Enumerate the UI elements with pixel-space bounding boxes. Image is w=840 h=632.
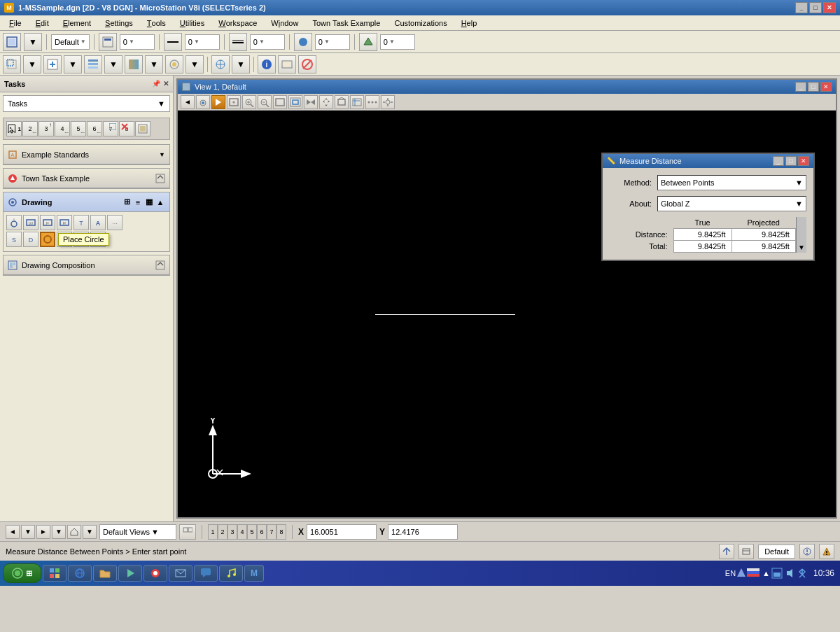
vp-btn-camera[interactable] bbox=[196, 95, 210, 109]
viewport-canvas[interactable]: Y 📏 Measure Distance bbox=[178, 111, 836, 517]
vp-btn-pan[interactable] bbox=[319, 95, 333, 109]
tool2-select[interactable] bbox=[3, 55, 21, 73]
tool2-info[interactable]: i bbox=[258, 55, 276, 73]
task-tool-4[interactable]: 4··· bbox=[55, 121, 70, 136]
start-button[interactable]: ⊞ bbox=[3, 563, 41, 583]
measure-dialog-minimize[interactable]: _ bbox=[773, 156, 784, 166]
view-num-6[interactable]: 6 bbox=[257, 524, 267, 540]
tasks-close-icon[interactable]: ✕ bbox=[163, 80, 169, 87]
msg-icon4[interactable] bbox=[819, 544, 834, 559]
fill-btn[interactable] bbox=[359, 33, 377, 51]
nav-arrow-btn[interactable]: ▼ bbox=[21, 525, 35, 539]
taskbar-app-1[interactable] bbox=[43, 565, 66, 582]
status-views-combo[interactable]: Default Views ▼ bbox=[99, 524, 176, 540]
tool2-gradient[interactable] bbox=[125, 55, 143, 73]
nav-arrow3-btn[interactable]: ▼ bbox=[83, 525, 97, 539]
nav-home-btn[interactable] bbox=[67, 525, 81, 539]
tool2-new[interactable] bbox=[43, 55, 62, 73]
task-tool-5[interactable]: 5··· bbox=[71, 121, 86, 136]
tool-btn-main[interactable] bbox=[3, 33, 21, 51]
tool2-no[interactable] bbox=[298, 55, 316, 73]
level-display[interactable]: Default bbox=[758, 545, 795, 559]
view-num-8[interactable]: 8 bbox=[276, 524, 286, 540]
vp-btn-crop[interactable] bbox=[350, 95, 364, 109]
vp-btn-zoom-in[interactable] bbox=[242, 95, 256, 109]
scroll-down-arrow[interactable]: ▼ bbox=[797, 242, 806, 253]
tool2-arrow2[interactable]: ▼ bbox=[64, 55, 82, 73]
measure-about-combo[interactable]: Global Z ▼ bbox=[657, 196, 806, 211]
taskbar-app-circle[interactable] bbox=[144, 565, 167, 582]
draw-tool-q[interactable] bbox=[6, 215, 22, 230]
close-button[interactable]: ✕ bbox=[823, 2, 836, 13]
draw-tool-a[interactable]: A bbox=[90, 215, 106, 230]
menu-tools[interactable]: Tools bbox=[141, 17, 172, 29]
view-num-1[interactable]: 1 bbox=[208, 524, 218, 540]
measure-dialog-maximize[interactable]: □ bbox=[785, 156, 797, 166]
tool2-arrow3[interactable]: ▼ bbox=[104, 55, 122, 73]
draw-tool-r[interactable]: R bbox=[57, 215, 72, 230]
nav-back-btn[interactable]: ◄ bbox=[6, 525, 20, 539]
vp-btn-fit2[interactable] bbox=[288, 95, 302, 109]
msg-icon2[interactable] bbox=[738, 544, 754, 559]
draw-tool-w[interactable]: W bbox=[23, 215, 38, 230]
menu-file[interactable]: File bbox=[3, 17, 28, 29]
tool2-arrow4[interactable]: ▼ bbox=[145, 55, 163, 73]
menu-workspace[interactable]: Workspace bbox=[212, 17, 263, 29]
taskbar-icon-volume[interactable] bbox=[784, 568, 795, 579]
tool-btn-arrow[interactable]: ▼ bbox=[24, 33, 42, 51]
drawing-composition-header[interactable]: Drawing Composition bbox=[4, 255, 169, 275]
draw-tool-e[interactable]: E bbox=[40, 215, 55, 230]
toolbar-combo-0b[interactable]: 0▼ bbox=[185, 34, 220, 50]
menu-customizations[interactable]: Customizations bbox=[388, 17, 453, 29]
taskbar-app-music[interactable] bbox=[219, 565, 243, 582]
menu-settings[interactable]: Settings bbox=[99, 17, 139, 29]
view-num-5[interactable]: 5 bbox=[247, 524, 257, 540]
vp-btn-active[interactable] bbox=[211, 95, 225, 109]
drawing-detail-icon[interactable]: ▦ bbox=[144, 197, 154, 207]
tool2-snap[interactable] bbox=[211, 55, 230, 73]
drawing-header[interactable]: Drawing ⊞ ≡ ▦ ▲ bbox=[4, 192, 169, 212]
task-tool-7[interactable]: 7 bbox=[103, 121, 118, 136]
task-tool-2[interactable]: 2··· bbox=[22, 121, 38, 136]
toolbar-combo-0a[interactable]: 0▼ bbox=[120, 34, 155, 50]
tool2-key[interactable] bbox=[278, 55, 296, 73]
taskbar-icon-bluetooth[interactable] bbox=[797, 568, 808, 579]
task-tool-1[interactable]: ↖ 1 bbox=[6, 121, 22, 136]
measure-method-combo[interactable]: Between Points ▼ bbox=[657, 175, 806, 190]
viewport-close[interactable]: ✕ bbox=[820, 82, 832, 92]
taskbar-app-media[interactable] bbox=[118, 565, 142, 582]
color-btn[interactable] bbox=[294, 33, 312, 51]
linestyle-btn[interactable] bbox=[164, 33, 182, 51]
example-standards-header[interactable]: A Example Standards ▼ bbox=[4, 145, 169, 164]
view-num-4[interactable]: 4 bbox=[237, 524, 247, 540]
vp-btn-rotate[interactable] bbox=[335, 95, 349, 109]
tool2-arrow[interactable]: ▼ bbox=[23, 55, 41, 73]
tool2-arrow5[interactable]: ▼ bbox=[186, 55, 204, 73]
vp-btn-settings[interactable] bbox=[381, 95, 395, 109]
task-tool-8[interactable]: 8 bbox=[119, 121, 134, 136]
lineweight-btn[interactable] bbox=[229, 33, 247, 51]
msg-icon1[interactable] bbox=[719, 544, 734, 559]
vp-btn-prev[interactable] bbox=[304, 95, 318, 109]
menu-utilities[interactable]: Utilities bbox=[174, 17, 211, 29]
tasks-dropdown[interactable]: Tasks ▼ bbox=[3, 95, 170, 112]
tool2-ref[interactable] bbox=[165, 55, 183, 73]
menu-window[interactable]: Window bbox=[265, 17, 304, 29]
toolbar-combo-default[interactable]: Default ▼ bbox=[51, 34, 90, 50]
msg-icon3[interactable] bbox=[799, 544, 815, 559]
toolbar-combo-0c[interactable]: 0▼ bbox=[250, 34, 285, 50]
viewport-minimize[interactable]: _ bbox=[795, 82, 806, 92]
task-tool-9[interactable]: 9 bbox=[135, 121, 150, 136]
taskbar-icon-1[interactable]: ▲ bbox=[762, 569, 770, 577]
draw-tool-s[interactable]: S bbox=[6, 232, 22, 247]
taskbar-app-ms[interactable]: M bbox=[244, 565, 264, 582]
vp-btn-more[interactable] bbox=[365, 95, 379, 109]
view-num-2[interactable]: 2 bbox=[218, 524, 227, 540]
menu-help[interactable]: Help bbox=[455, 17, 484, 29]
vp-btn-zoom-out[interactable] bbox=[258, 95, 272, 109]
town-task-header[interactable]: Town Task Example bbox=[4, 169, 169, 188]
taskbar-app-browser[interactable] bbox=[68, 565, 92, 582]
view-num-7[interactable]: 7 bbox=[267, 524, 276, 540]
menu-town-task[interactable]: Town Task Example bbox=[306, 17, 386, 29]
nav-forward-btn[interactable]: ► bbox=[36, 525, 50, 539]
